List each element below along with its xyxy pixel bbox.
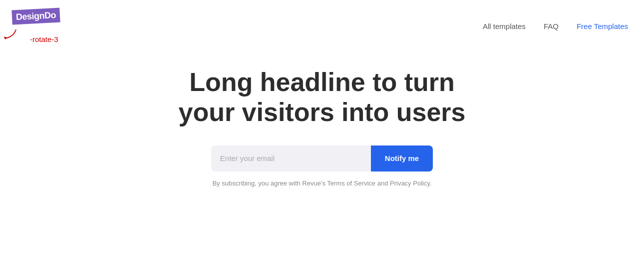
notify-button[interactable]: Notify me [371,146,433,172]
nav-link-free-templates[interactable]: Free Templates [577,22,628,30]
rotate-arrow-icon [14,34,28,44]
hero-headline-line2: your visitors into users [178,98,465,126]
rotate-label: -rotate-3 [14,34,58,44]
rotate-label-text: -rotate-3 [30,35,58,44]
hero-headline: Long headline to turn your visitors into… [178,68,465,128]
terms-text: By subscribing, you agree with Revue's T… [212,180,431,187]
nav-link-all-templates[interactable]: All templates [483,22,526,30]
logo-badge[interactable]: DesignDo [11,8,60,25]
email-form: Notify me [211,146,433,172]
nav-links: All templates FAQ Free Templates [483,22,628,30]
email-input[interactable] [211,146,371,172]
hero-section: Long headline to turn your visitors into… [0,52,644,187]
hero-headline-line1: Long headline to turn [189,68,455,96]
nav-link-faq[interactable]: FAQ [544,22,559,30]
navbar: DesignDo -rotate-3 All templates FAQ Fre… [0,0,644,52]
logo-area: DesignDo -rotate-3 [12,9,60,44]
